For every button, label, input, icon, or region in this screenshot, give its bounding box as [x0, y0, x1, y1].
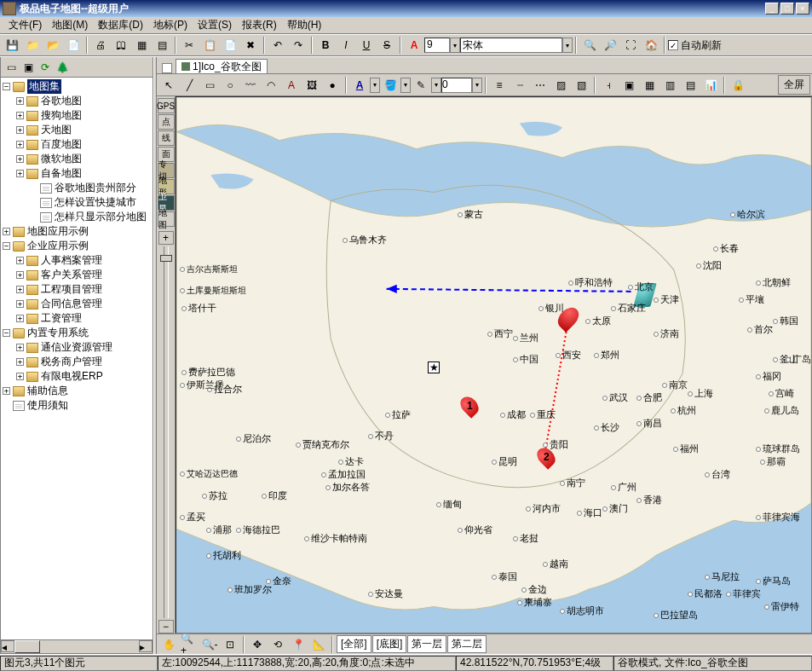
point-button[interactable]: 点 — [158, 114, 175, 130]
measure-icon[interactable]: 📐 — [309, 635, 328, 654]
zoomIn2-icon[interactable]: 🔍+ — [180, 635, 199, 654]
line-color-icon[interactable]: ✎ — [412, 76, 430, 95]
refresh-tree-icon[interactable]: ⟳ — [37, 60, 53, 75]
maximize-button[interactable]: □ — [780, 3, 794, 14]
expand-icon[interactable]: ▣ — [20, 60, 36, 75]
tree-app[interactable]: 内置专用系统 — [27, 326, 89, 340]
lock-icon[interactable]: 🔒 — [728, 76, 747, 95]
tree-item[interactable]: 搜狗地图 — [41, 108, 82, 123]
tree-view[interactable]: −地图集 +谷歌地图 +搜狗地图 +天地图 +百度地图 +微软地图 +自备地图 … — [1, 78, 153, 639]
fill-color-icon[interactable]: 🪣 — [381, 76, 400, 95]
tree-doc[interactable]: 怎样设置快捷城市 — [55, 195, 136, 210]
menu-settings[interactable]: 设置(S) — [193, 16, 237, 34]
map-tab[interactable]: 1]Ico_谷歌全图 — [176, 59, 268, 73]
chart-icon[interactable]: 📊 — [701, 76, 720, 95]
tree-icon[interactable]: 🌲 — [55, 60, 70, 75]
tab-checkbox[interactable] — [162, 63, 172, 73]
rect-icon[interactable]: ▭ — [200, 76, 219, 95]
image-icon[interactable]: 🖼 — [302, 76, 321, 95]
align-icon[interactable]: ⫞ — [599, 76, 618, 95]
tree-doc[interactable]: 谷歌地图贵州部分 — [55, 181, 136, 195]
delete-icon[interactable]: ✖ — [241, 36, 260, 55]
bold-button[interactable]: B — [316, 36, 335, 55]
tree-child[interactable]: 通信业资源管理 — [41, 340, 112, 355]
line-button[interactable]: 线 — [158, 130, 175, 146]
undo-icon[interactable]: ↶ — [268, 36, 287, 55]
cut-icon[interactable]: ✂ — [180, 36, 199, 55]
font-color-icon[interactable]: A — [405, 36, 423, 55]
tree-item[interactable]: 自备地图 — [41, 166, 82, 181]
collapse-all-icon[interactable]: ▭ — [3, 60, 19, 75]
pointer-icon[interactable]: ↖ — [159, 76, 178, 95]
tree-app[interactable]: 使用须知 — [27, 398, 68, 413]
layer-tab-all[interactable]: [全部] — [337, 635, 371, 653]
fit-icon[interactable]: ⊡ — [221, 635, 239, 654]
text-tool-icon[interactable]: A — [282, 76, 301, 95]
menu-help[interactable]: 帮助(H) — [282, 16, 327, 34]
menu-database[interactable]: 数据库(D) — [93, 16, 148, 34]
tree-child[interactable]: 工程项目管理 — [41, 282, 102, 297]
layer-tab-2[interactable]: 第二层 — [447, 635, 487, 653]
layer2-icon[interactable]: ▦ — [640, 76, 659, 95]
home-icon[interactable]: 🏠 — [642, 36, 660, 55]
preview-icon[interactable]: 🕮 — [112, 36, 130, 55]
tree-item[interactable]: 百度地图 — [41, 137, 82, 152]
zoom-in-icon[interactable]: 🔍 — [580, 36, 599, 55]
text-color-icon[interactable]: A — [350, 76, 369, 95]
line-icon[interactable]: ╱ — [180, 76, 199, 95]
font-name-select[interactable]: 宋体 — [460, 38, 562, 53]
layer3-icon[interactable]: ▥ — [660, 76, 679, 95]
rotate-icon[interactable]: ⟲ — [268, 635, 287, 654]
menu-file[interactable]: 文件(F) — [3, 16, 47, 34]
line-dash-icon[interactable]: ┈ — [510, 76, 529, 95]
print-icon[interactable]: 🖨 — [91, 36, 110, 55]
drag-icon[interactable]: ✥ — [248, 635, 267, 654]
tree-child[interactable]: 工资管理 — [41, 311, 82, 326]
font-name-dropdown[interactable]: ▾ — [562, 38, 573, 53]
map-canvas[interactable]: ★ 1 2 乌鲁木齐 蒙古 哈尔滨 长春 沈阳 北朝鲜 平壤 首尔 韩国 釜山 … — [176, 96, 812, 633]
hatch2-icon[interactable]: ▧ — [572, 76, 590, 95]
file-icon[interactable]: 📄 — [64, 36, 83, 55]
sidebar-scrollbar[interactable]: ◂▸ — [1, 639, 153, 653]
line-dot-icon[interactable]: ⋯ — [531, 76, 550, 95]
open-icon[interactable]: 📁 — [23, 36, 42, 55]
tree-child[interactable]: 有限电视ERP — [41, 369, 103, 384]
pin-tool-icon[interactable]: 📍 — [289, 635, 308, 654]
map-button[interactable]: 地图 — [158, 211, 175, 227]
save-icon[interactable]: 💾 — [3, 36, 21, 55]
tree-child[interactable]: 税务商户管理 — [41, 355, 102, 369]
circle-icon[interactable]: ○ — [221, 76, 239, 95]
zoom-fit-icon[interactable]: ⛶ — [621, 36, 640, 55]
tree-item[interactable]: 微软地图 — [41, 152, 82, 166]
zoom-plus-button[interactable]: + — [158, 231, 174, 245]
color-value[interactable]: 0 — [441, 78, 472, 93]
underline-button[interactable]: U — [357, 36, 376, 55]
tree-app[interactable]: 地图应用示例 — [27, 224, 89, 239]
close-button[interactable]: × — [796, 3, 809, 14]
menu-report[interactable]: 报表(R) — [237, 16, 282, 34]
table-icon[interactable]: ▤ — [153, 36, 171, 55]
open2-icon[interactable]: 📂 — [43, 36, 62, 55]
zoomOut2-icon[interactable]: 🔍- — [200, 635, 219, 654]
paste-icon[interactable]: 📄 — [221, 36, 239, 55]
italic-button[interactable]: I — [337, 36, 355, 55]
star-marker[interactable]: ★ — [428, 362, 440, 373]
zoom-minus-button[interactable]: − — [158, 620, 174, 633]
tree-item[interactable]: 谷歌地图 — [41, 94, 82, 108]
tree-root[interactable]: 地图集 — [27, 79, 61, 94]
zoom-out-icon[interactable]: 🔎 — [601, 36, 619, 55]
hatch1-icon[interactable]: ▨ — [551, 76, 570, 95]
menu-landmark[interactable]: 地标(P) — [148, 16, 193, 34]
tree-app[interactable]: 企业应用示例 — [27, 239, 89, 253]
tree-child[interactable]: 客户关系管理 — [41, 268, 102, 282]
minimize-button[interactable]: _ — [765, 3, 779, 14]
font-size-dropdown[interactable]: ▾ — [450, 38, 460, 53]
pan-icon[interactable]: ✋ — [159, 635, 178, 654]
tree-child[interactable]: 合同信息管理 — [41, 297, 102, 311]
tree-app[interactable]: 辅助信息 — [27, 384, 68, 398]
grid-icon[interactable]: ▦ — [132, 36, 151, 55]
fullscreen-button[interactable]: 全屏 — [778, 75, 810, 95]
copy-icon[interactable]: 📋 — [200, 36, 219, 55]
strike-button[interactable]: S — [377, 36, 396, 55]
arc-icon[interactable]: ◠ — [262, 76, 280, 95]
